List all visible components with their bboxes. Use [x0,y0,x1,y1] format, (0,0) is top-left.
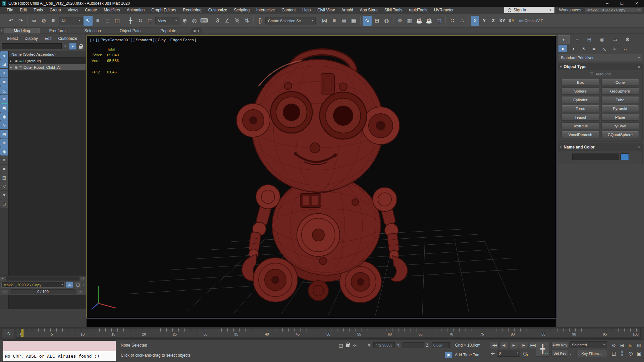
primitive-voxelremesh-button[interactable]: VoxelRemesh [561,131,599,138]
zoom-extents-icon[interactable]: ⊡ [627,341,635,349]
cameras-category-icon[interactable]: ◙ [590,45,598,52]
ribbon-tab-populate[interactable]: Populate [151,28,185,34]
menu-item[interactable]: Tools [30,8,46,12]
primitive-textplus-button[interactable]: TextPlus [561,122,599,129]
minimize-button[interactable]: ─ [600,0,614,7]
auto-key-button[interactable]: Auto Key [551,341,568,348]
explorer-h-scrollbar[interactable]: < > [0,276,86,281]
keyboard-shortcut-override-icon[interactable]: ⌨ [200,16,209,26]
menu-item[interactable]: Graph Editors [148,8,179,12]
menu-item[interactable]: Group [46,8,64,12]
edit-named-selection-sets-icon[interactable]: {} [256,16,265,26]
menu-item[interactable]: Help [299,8,314,12]
open-mini-curve-editor-button[interactable]: ∿ [1,328,14,338]
primitive-plane-button[interactable]: Plane [601,114,639,121]
explorer-notes-icon[interactable]: ▤ [0,173,8,182]
object-color-swatch[interactable] [621,154,629,160]
primitive-pyramid-button[interactable]: Pyramid [601,105,639,112]
scene-search-input[interactable] [2,43,62,49]
explorer-menu-item[interactable]: Customize [55,36,80,41]
zoom-extents-all-icon[interactable]: ⊠ [635,341,643,349]
select-object-icon[interactable]: ↖ [84,16,93,26]
snapshot-icon[interactable]: ∴ [458,16,467,26]
primitive-cone-button[interactable]: Cone [601,79,639,86]
zoom-region-icon[interactable]: ◱ [610,349,618,357]
listener-output-row[interactable]: No CRP, ADSL or ALC Viruses found :) [3,351,116,361]
object-name-input[interactable] [572,154,619,160]
snaps-toggle-3d-icon[interactable]: 3 [213,16,222,26]
display-visibility-eye-icon[interactable]: ◉ [0,147,8,156]
display-shapes-icon[interactable]: ◪ [0,60,8,68]
menu-item[interactable]: Create [82,8,100,12]
spinner-snap-icon[interactable]: ⇅ [242,16,251,26]
primitive-torus-button[interactable]: Torus [561,105,599,112]
modify-tab-icon[interactable]: ◔ [571,35,583,44]
y-coordinate-field[interactable] [402,342,424,348]
ribbon-tab-selection[interactable]: Selection [75,28,110,34]
key-filter-icon[interactable]: ⋰ [570,351,574,355]
primitive-teapot-button[interactable]: Teapot [561,114,599,121]
render-production-teapot-icon[interactable]: ☕ [415,16,424,26]
layer-explorer-toggle-icon[interactable]: ≋ [66,282,73,288]
primitive-geosphere-button[interactable]: GeoSphere [601,87,639,95]
scroll-track[interactable] [6,277,79,281]
select-and-rotate-icon[interactable]: ↻ [136,16,145,26]
unlink-selection-icon[interactable]: ⊘ [39,16,48,26]
visibility-eye-icon[interactable]: ◉ [15,59,18,63]
explorer-block-icon[interactable]: ■ [0,165,8,173]
primitive-category-dropdown[interactable]: Standard Primitives ▾ [558,54,642,61]
explorer-menu-item[interactable]: Select [4,36,20,41]
systems-category-icon[interactable]: ∴ [621,45,630,52]
explorer-menu-item[interactable]: Display [22,36,40,41]
angle-snap-icon[interactable]: ∠ [223,16,232,26]
ribbon-tab-freeform[interactable]: Freeform [40,28,75,34]
undo-icon[interactable]: ↶ [6,16,15,26]
menu-item[interactable]: SiNi Tools [381,8,406,12]
utilities-wrench-icon[interactable]: ⚙ [622,35,634,44]
rollout-grip-icon[interactable]: ≣ [638,65,640,68]
shapes-category-icon[interactable]: ◑ [569,45,578,52]
selection-lock-icon[interactable] [346,342,350,348]
display-effects-icon[interactable]: ∗ [0,138,8,147]
display-bones-icon[interactable]: ∿ [0,121,8,129]
ribbon-flyout-button[interactable]: ◉▾ [191,28,202,33]
menu-item[interactable]: File [3,8,16,12]
frame-forward-button[interactable]: > [77,289,84,294]
z-coordinate-field[interactable]: 0.0cm [432,342,450,348]
go-to-start-button[interactable]: |◀◀ [490,341,499,349]
select-by-name-icon[interactable]: ≡ [93,16,102,26]
schematic-toggle-icon[interactable]: ◫ [74,282,82,288]
time-tag-cube-icon[interactable]: ▣ [445,352,452,358]
explorer-filter-icon[interactable]: ▼ [0,191,8,199]
x-coordinate-field[interactable]: 772.9588c [373,342,395,348]
display-systems-icon[interactable]: ▣ [0,104,8,112]
axis-x-button[interactable]: X [471,16,479,26]
menu-item[interactable]: Rendering [179,8,205,12]
menu-item[interactable]: Animation [123,8,148,12]
expand-arrow-icon[interactable]: ▸ [10,65,13,69]
display-lights-icon[interactable]: ☀ [0,69,8,77]
select-and-manipulate-icon[interactable]: ◎ [190,16,199,26]
orbit-icon[interactable]: ◴ [627,349,635,357]
robot-model[interactable] [87,36,556,318]
display-containers-icon[interactable]: ◉ [0,112,8,121]
spinner-arrows-icon[interactable]: ▴▾ [517,352,518,355]
maxscript-mini-listener[interactable]: No CRP, ADSL or ALC Viruses found :) [3,341,116,361]
rendered-frame-window-icon[interactable]: ▥ [405,16,414,26]
display-geometry-icon[interactable]: ● [0,51,8,60]
zoom-all-icon[interactable]: ⊞ [618,341,626,349]
isolate-selection-icon[interactable]: ◳ [339,343,343,348]
explorer-menu-item[interactable]: Edit [42,36,54,41]
absolute-mode-icon[interactable]: ⊹ [353,343,357,348]
menu-item[interactable]: UVReactor [431,8,457,12]
menu-item[interactable]: Edit [16,8,30,12]
explorer-filter-muted-icon[interactable]: ▽ [0,182,8,190]
current-frame-display[interactable]: 0 / 100 [10,289,76,294]
set-key-button[interactable]: Set Key [551,350,568,357]
menu-item[interactable]: Civil View [314,8,338,12]
overflow-chevrons-icon[interactable]: » [83,283,85,287]
time-slider-ruler[interactable]: 0510152025303540455055606570758085909510… [16,328,641,337]
visibility-eye-icon[interactable]: ◉ [15,65,18,69]
state-sets-icon[interactable]: ◫ [434,16,443,26]
scene-row-default-layer[interactable]: ▸ ◉ ≋ 0 (default) [9,58,86,64]
